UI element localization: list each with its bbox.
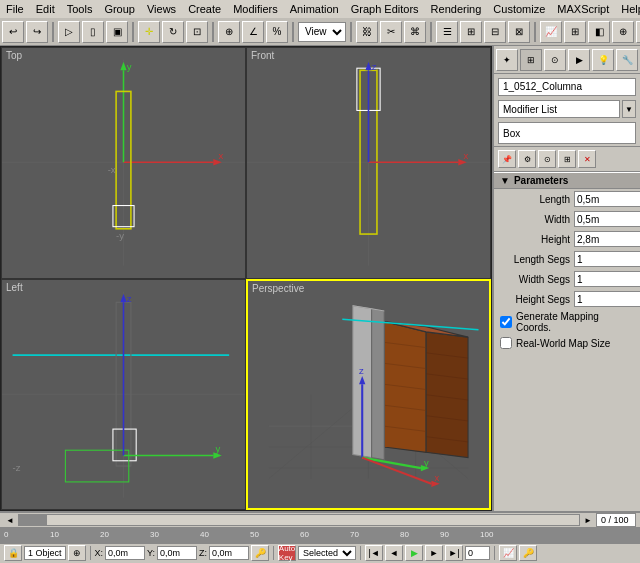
bottom-area: ◄ ► 0 / 100 0 10 20 30 40 50 60 70 80 90… [0, 511, 640, 563]
redo-button[interactable]: ↪ [26, 21, 48, 43]
width-input[interactable] [574, 211, 640, 227]
svg-rect-70 [19, 515, 579, 525]
play-button[interactable]: ▶ [405, 545, 423, 561]
snap-button[interactable]: ⊕ [218, 21, 240, 43]
right-panel: ✦ ⊞ ⊙ ▶ 💡 🔧 1_0512_Columna Modifier List… [492, 46, 640, 511]
pin-stack-button[interactable]: 📌 [498, 150, 516, 168]
viewport-perspective[interactable]: Perspective [246, 279, 491, 511]
next-key-button[interactable]: ►| [445, 545, 463, 561]
toolbar: ↩ ↪ ▷ ▯ ▣ ✛ ↻ ⊡ ⊕ ∠ % View ⛓ ✂ ⌘ ☰ ⊞ ⊟ ⊠… [0, 18, 640, 46]
menu-views[interactable]: Views [141, 2, 182, 16]
frame-input[interactable] [465, 546, 490, 560]
curve-editor-button[interactable]: 📈 [540, 21, 562, 43]
unlink-button[interactable]: ✂ [380, 21, 402, 43]
height-segs-input[interactable] [574, 291, 640, 307]
render-button[interactable]: ◼ [636, 21, 640, 43]
menu-maxscript[interactable]: MAXScript [551, 2, 615, 16]
undo-button[interactable]: ↩ [2, 21, 24, 43]
make-unique-button[interactable]: ⊞ [558, 150, 576, 168]
auto-key-button[interactable]: Auto Key [278, 545, 296, 561]
parameters-header[interactable]: ▼ Parameters [494, 172, 640, 189]
menu-animation[interactable]: Animation [284, 2, 345, 16]
rp-modify-tab[interactable]: ⊞ [520, 49, 542, 71]
prev-key-button[interactable]: |◄ [365, 545, 383, 561]
timeline-prev-arrow[interactable]: ◄ [4, 516, 16, 525]
height-row: Height ▲ ▼ [494, 229, 640, 249]
length-row: Length ▲ ▼ [494, 189, 640, 209]
select-move-button[interactable]: ✛ [138, 21, 160, 43]
svg-text:-y: -y [116, 230, 124, 241]
height-input[interactable] [574, 231, 640, 247]
bind-space-warp[interactable]: ⌘ [404, 21, 426, 43]
configure-button[interactable]: ⚙ [518, 150, 536, 168]
select-button[interactable]: ▷ [58, 21, 80, 43]
scale-button[interactable]: ⊡ [186, 21, 208, 43]
parameters-collapse-icon: ▼ [500, 175, 510, 186]
length-segs-input[interactable] [574, 251, 640, 267]
remove-modifier-button[interactable]: ✕ [578, 150, 596, 168]
key-50: 50 [250, 530, 259, 539]
parameters-label: Parameters [514, 175, 568, 186]
link-button[interactable]: ⛓ [356, 21, 378, 43]
real-world-checkbox[interactable] [500, 337, 512, 349]
material-editor-button[interactable]: ◧ [588, 21, 610, 43]
rp-top-icon-row-1: ✦ ⊞ ⊙ ▶ 💡 🔧 [494, 46, 640, 74]
menu-edit[interactable]: Edit [30, 2, 61, 16]
selected-dropdown[interactable]: Selected [298, 546, 356, 560]
key-100: 100 [480, 530, 493, 539]
menu-rendering[interactable]: Rendering [425, 2, 488, 16]
reference-dropdown[interactable]: View [298, 22, 346, 42]
select-by-name-button[interactable]: ⊕ [68, 545, 86, 561]
select-region-button[interactable]: ▯ [82, 21, 104, 43]
y-coord-input[interactable] [157, 546, 197, 560]
align-button[interactable]: ⊟ [484, 21, 506, 43]
render-setup-button[interactable]: ⊕ [612, 21, 634, 43]
timeline-slider[interactable] [18, 514, 580, 526]
angle-snap-button[interactable]: ∠ [242, 21, 264, 43]
mini-curve-btn[interactable]: 📈 [499, 545, 517, 561]
viewport-front[interactable]: Front x z [246, 47, 491, 279]
rp-create-tab[interactable]: ✦ [496, 49, 518, 71]
menu-tools[interactable]: Tools [61, 2, 99, 16]
object-name-field[interactable]: 1_0512_Columna [498, 78, 636, 96]
rotate-button[interactable]: ↻ [162, 21, 184, 43]
menu-modifiers[interactable]: Modifiers [227, 2, 284, 16]
modifier-stack-box[interactable]: Box [498, 122, 636, 144]
spacing-button[interactable]: ⊠ [508, 21, 530, 43]
mini-keys-btn[interactable]: 🔑 [519, 545, 537, 561]
modifier-list-label[interactable]: Modifier List [498, 100, 620, 118]
ctrl-sep-4 [494, 546, 495, 560]
menu-file[interactable]: File [0, 2, 30, 16]
rp-hierarchy-tab[interactable]: ⊙ [544, 49, 566, 71]
window-crossing-button[interactable]: ▣ [106, 21, 128, 43]
schematic-view-button[interactable]: ⊞ [564, 21, 586, 43]
z-coord-input[interactable] [209, 546, 249, 560]
x-coord-input[interactable] [105, 546, 145, 560]
viewport-top[interactable]: Top x y -x -y [1, 47, 246, 279]
width-segs-input[interactable] [574, 271, 640, 287]
percent-snap-button[interactable]: % [266, 21, 288, 43]
rp-utilities-tab[interactable]: 🔧 [616, 49, 638, 71]
prev-frame-button[interactable]: ◄ [385, 545, 403, 561]
layer-button[interactable]: ☰ [436, 21, 458, 43]
timeline-next-arrow[interactable]: ► [582, 516, 594, 525]
rp-display-tab[interactable]: 💡 [592, 49, 614, 71]
timeline-svg [19, 515, 579, 525]
next-frame-button[interactable]: ► [425, 545, 443, 561]
object-properties-button[interactable]: 🔒 [4, 545, 22, 561]
mirror-button[interactable]: ⊞ [460, 21, 482, 43]
menu-create[interactable]: Create [182, 2, 227, 16]
show-end-result-button[interactable]: ⊙ [538, 150, 556, 168]
key-lock-button[interactable]: 🔑 [251, 545, 269, 561]
menu-group[interactable]: Group [98, 2, 141, 16]
menu-graph-editors[interactable]: Graph Editors [345, 2, 425, 16]
menu-help[interactable]: Help [615, 2, 640, 16]
menu-customize[interactable]: Customize [487, 2, 551, 16]
rp-motion-tab[interactable]: ▶ [568, 49, 590, 71]
viewport-left[interactable]: Left y z -z [1, 279, 246, 511]
generate-mapping-label: Generate Mapping Coords. [516, 311, 634, 333]
length-input[interactable] [574, 191, 640, 207]
generate-mapping-checkbox[interactable] [500, 316, 512, 328]
ctrl-sep-1 [90, 546, 91, 560]
modifier-list-arrow[interactable]: ▼ [622, 100, 636, 118]
